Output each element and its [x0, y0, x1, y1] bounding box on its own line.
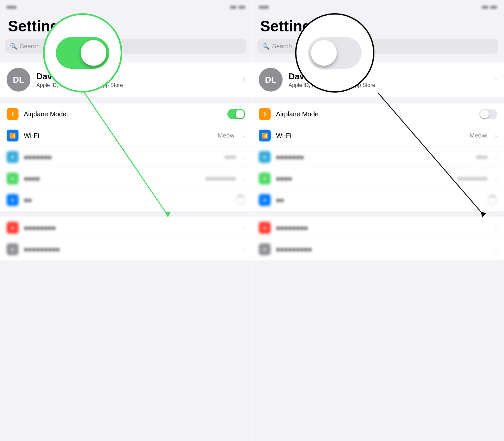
settings-title-right: Settings: [252, 15, 504, 39]
right-phone-panel: Settings 🔍 Search DL David Lynch Apple I…: [252, 0, 504, 441]
magnified-thumb-right: [311, 40, 337, 66]
section-gap-left-2: [0, 211, 252, 214]
battery-right: [482, 6, 488, 9]
airplane-mode-row-right[interactable]: ✈ Airplane Mode: [252, 103, 504, 125]
row5-icon-right: ■: [259, 194, 271, 206]
row4-left: ■ ●●●● ●●●●●●●● ›: [0, 168, 252, 189]
avatar-right: DL: [259, 68, 283, 92]
toggle-thumb-right: [480, 110, 489, 118]
profile-chevron-left: ›: [243, 75, 245, 84]
row5-icon-left: ■: [7, 194, 19, 206]
battery-left: [230, 6, 237, 9]
airplane-icon-right: ✈: [259, 108, 271, 120]
row7-icon-left: ■: [7, 243, 19, 255]
airplane-icon-left: ✈: [7, 108, 19, 120]
divider-left-1: [0, 59, 252, 59]
airplane-toggle-left[interactable]: [227, 109, 245, 119]
row6-icon-right: ■: [259, 222, 271, 234]
profile-chevron-right: ›: [495, 75, 497, 84]
toggle-thumb-left: [236, 110, 244, 118]
wifi-value-left: Meowi: [217, 132, 236, 139]
profile-row-right[interactable]: DL David Lynch Apple ID, iCloud, iTunes …: [252, 62, 504, 97]
airplane-toggle-right[interactable]: [479, 109, 497, 119]
magnify-circle-right: [295, 13, 374, 93]
magnified-thumb-left: [81, 40, 106, 66]
wifi-chevron-right: ›: [495, 132, 497, 140]
search-placeholder-left: Search: [20, 43, 40, 50]
section-gap-right-2: [252, 211, 504, 214]
search-bar-right[interactable]: 🔍 Search: [257, 39, 498, 54]
row7-right: ■ ●●●●●●●●● ›: [252, 239, 504, 260]
status-bar-right: [252, 0, 504, 15]
divider-right-1: [252, 59, 504, 59]
row4-right: ■ ●●●● ●●●●●●●● ›: [252, 168, 504, 189]
wifi-row-left[interactable]: 📶 Wi-Fi Meowi ›: [0, 125, 252, 146]
carrier-left: [7, 6, 17, 9]
row3-right: ■ ●●●●●●● ●●● ›: [252, 146, 504, 168]
row5-left: ■ ●●: [0, 189, 252, 211]
search-icon-right: 🔍: [262, 43, 269, 50]
wifi-status-left: [239, 6, 245, 9]
carrier-right: [259, 6, 269, 9]
avatar-left: DL: [7, 68, 30, 92]
wifi-icon-right: 📶: [259, 130, 271, 141]
settings-section-right-2: ■ ●●●●●●●● › ■ ●●●●●●●●● ›: [252, 217, 504, 260]
wifi-chevron-left: ›: [243, 132, 245, 140]
wifi-label-right: Wi-Fi: [276, 132, 464, 140]
search-bar-left[interactable]: 🔍 Search: [5, 39, 247, 54]
row3-icon-right: ■: [259, 151, 271, 163]
settings-section-left-2: ■ ●●●●●●●● › ■ ●●●●●●●●● ›: [0, 217, 252, 260]
row3-icon-left: ■: [7, 151, 19, 163]
magnify-circle-left: [43, 13, 122, 93]
airplane-label-left: Airplane Mode: [24, 110, 222, 118]
wifi-row-right[interactable]: 📶 Wi-Fi Meowi ›: [252, 125, 504, 146]
row4-icon-left: ■: [7, 173, 19, 184]
airplane-label-right: Airplane Mode: [276, 110, 474, 118]
status-bar-left: [0, 0, 252, 15]
settings-section-right: ✈ Airplane Mode 📶 Wi-Fi Meowi › ■ ●●●●●●…: [252, 103, 504, 211]
section-gap-right-1: [252, 97, 504, 100]
row3-left: ■ ●●●●●●● ●●● ›: [0, 146, 252, 168]
airplane-mode-row-left[interactable]: ✈ Airplane Mode: [0, 103, 252, 125]
settings-section-left: ✈ Airplane Mode 📶 Wi-Fi Meowi › ■ ●●●●●●…: [0, 103, 252, 211]
spinner-right: [488, 195, 497, 205]
wifi-icon-left: 📶: [7, 130, 19, 141]
search-icon-left: 🔍: [10, 43, 17, 50]
row6-right: ■ ●●●●●●●● ›: [252, 217, 504, 239]
wifi-value-right: Meowi: [469, 132, 487, 139]
row6-left: ■ ●●●●●●●● ›: [0, 217, 252, 239]
row4-icon-right: ■: [259, 173, 271, 184]
search-placeholder-right: Search: [272, 43, 292, 50]
row7-icon-right: ■: [259, 243, 271, 255]
profile-row-left[interactable]: DL David Lynch Apple ID, iCloud, iTunes …: [0, 62, 252, 97]
magnified-toggle-right: [308, 37, 362, 69]
wifi-label-left: Wi-Fi: [24, 132, 212, 140]
row7-left: ■ ●●●●●●●●● ›: [0, 239, 252, 260]
section-gap-left-1: [0, 97, 252, 100]
wifi-status-right: [490, 6, 497, 9]
left-phone-panel: Settings 🔍 Search DL David Lynch Apple I…: [0, 0, 252, 441]
settings-title-left: Settings: [0, 15, 252, 39]
magnified-toggle-left: [56, 37, 109, 69]
spinner-left: [236, 195, 245, 205]
row5-right: ■ ●●: [252, 189, 504, 211]
row6-icon-left: ■: [7, 222, 19, 234]
